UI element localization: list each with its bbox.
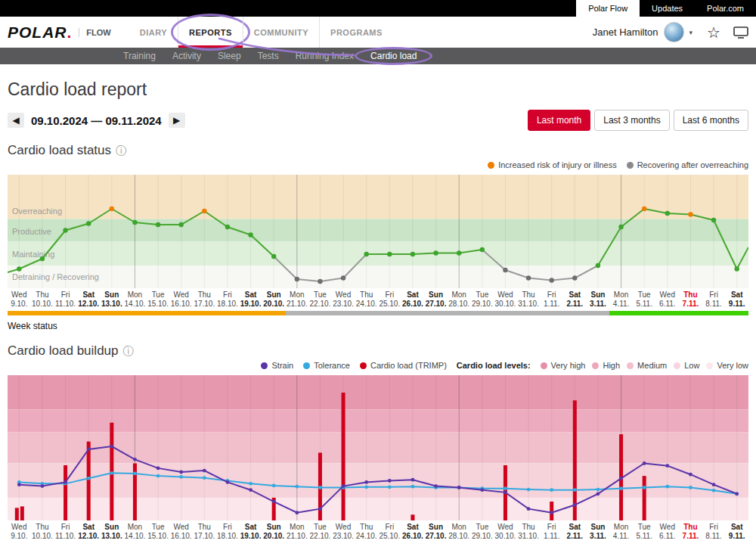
legend-level-low-label: Low <box>684 361 699 370</box>
very-high-dot-icon <box>541 362 547 369</box>
range-buttons: Last month Last 3 months Last 6 months <box>528 110 748 131</box>
buildup-legend: Strain Tolerance Cardio load (TRIMP) Car… <box>8 360 748 371</box>
next-period-button[interactable]: ▶ <box>169 113 185 128</box>
logo-text: POLAR <box>8 23 67 41</box>
status-chart-area: OverreachingProductiveMaintainingDetrain… <box>8 175 748 331</box>
buildup-info-icon[interactable]: ⓘ <box>123 346 134 356</box>
topbar: Polar Flow Updates Polar.com <box>0 0 756 17</box>
week-status-label: Week status <box>8 321 748 331</box>
report-subnav: Training Activity Sleep Tests Running In… <box>0 48 756 64</box>
topbar-tab-polar-com[interactable]: Polar.com <box>695 0 756 17</box>
trimp-dot-icon <box>360 362 367 369</box>
status-x-axis: Wed9.10.Thu10.10.Fri11.10.Sat12.10.Sun13… <box>8 290 748 310</box>
date-range-row: ◀ 09.10.2024 — 09.11.2024 ▶ Last month L… <box>8 110 748 131</box>
topbar-tab-updates[interactable]: Updates <box>640 0 695 17</box>
legend-level-very-low: Very low <box>706 361 748 370</box>
legend-level-medium: Medium <box>627 361 667 370</box>
nav-item-reports[interactable]: REPORTS <box>178 17 243 48</box>
legend-trimp-label: Cardio load (TRIMP) <box>370 361 447 370</box>
subnav-item-cardio-load[interactable]: Cardio load <box>362 51 425 61</box>
nav-item-community[interactable]: COMMUNITY <box>243 17 319 48</box>
svg-text:Detraining / Recovering: Detraining / Recovering <box>12 272 99 281</box>
week-status-segment <box>286 311 610 315</box>
last-3-months-button[interactable]: Last 3 months <box>594 110 669 131</box>
week-status-segment <box>8 311 286 315</box>
week-status-bar <box>8 311 748 315</box>
chevron-down-icon[interactable]: ▾ <box>689 29 693 36</box>
buildup-section-head: Cardio load buildup ⓘ <box>8 343 748 359</box>
cardio-load-levels-label: Cardio load levels: <box>457 361 531 370</box>
very-low-dot-icon <box>706 362 713 369</box>
legend-level-low: Low <box>674 361 699 370</box>
nav-item-diary[interactable]: DIARY <box>129 17 178 48</box>
status-info-icon[interactable]: ⓘ <box>116 145 126 156</box>
svg-text:Productive: Productive <box>12 227 51 236</box>
cardio-load-buildup-chart[interactable] <box>8 375 748 520</box>
legend-recovering-label: Recovering after overreaching <box>637 160 748 169</box>
x-axis-label: Sat9.11. <box>721 290 753 309</box>
legend-increased-risk-label: Increased risk of injury or illness <box>498 160 617 169</box>
prev-period-button[interactable]: ◀ <box>8 113 24 128</box>
last-6-months-button[interactable]: Last 6 months <box>674 110 748 131</box>
increased-risk-dot-icon <box>488 162 494 169</box>
legend-recovering: Recovering after overreaching <box>627 160 748 169</box>
high-dot-icon <box>592 362 599 369</box>
recovering-dot-icon <box>627 162 634 169</box>
nav-item-programs[interactable]: PROGRAMS <box>319 17 393 48</box>
polar-logo[interactable]: POLAR. FLOW <box>8 17 111 48</box>
page-content: Cardio load report ◀ 09.10.2024 — 09.11.… <box>0 79 756 542</box>
monitor-icon[interactable] <box>733 26 748 39</box>
subnav-item-training[interactable]: Training <box>115 51 164 61</box>
status-legend: Increased risk of injury or illness Reco… <box>8 160 748 170</box>
week-status-segment <box>609 311 748 315</box>
logo-red-dot: . <box>67 23 73 41</box>
buildup-chart-area: Wed9.10.Thu10.10.Fri11.10.Sat12.10.Sun13… <box>8 375 748 542</box>
legend-trimp: Cardio load (TRIMP) <box>360 361 447 370</box>
legend-tolerance: Tolerance <box>303 361 350 370</box>
user-name[interactable]: Janet Hamilton <box>593 26 658 38</box>
date-range-text: 09.10.2024 — 09.11.2024 <box>31 114 162 127</box>
status-section-head: Cardio load status ⓘ <box>8 143 748 158</box>
header: POLAR. FLOW DIARY REPORTS COMMUNITY PROG… <box>0 17 756 48</box>
x-axis-label: Sat9.11. <box>721 523 753 541</box>
legend-level-high-label: High <box>603 361 620 370</box>
legend-level-medium-label: Medium <box>637 361 667 370</box>
low-dot-icon <box>674 362 680 369</box>
cardio-load-status-chart[interactable]: OverreachingProductiveMaintainingDetrain… <box>8 175 748 288</box>
subnav-item-activity[interactable]: Activity <box>164 51 209 61</box>
status-section-title: Cardio load status <box>8 143 111 158</box>
tolerance-dot-icon <box>303 362 310 369</box>
legend-level-high: High <box>592 361 620 370</box>
legend-strain-label: Strain <box>271 361 293 370</box>
subnav-item-cardio-load-label: Cardio load <box>370 51 417 61</box>
last-month-button[interactable]: Last month <box>528 110 590 131</box>
main-nav: DIARY REPORTS COMMUNITY PROGRAMS <box>129 17 393 48</box>
avatar[interactable] <box>664 22 684 42</box>
page-title: Cardio load report <box>8 79 748 100</box>
legend-increased-risk: Increased risk of injury or illness <box>488 160 617 169</box>
legend-level-very-high: Very high <box>541 361 586 370</box>
buildup-x-axis: Wed9.10.Thu10.10.Fri11.10.Sat12.10.Sun13… <box>8 523 748 542</box>
cardio-load-levels-legend: Very high High Medium Low Very low <box>541 361 748 370</box>
subnav-item-sleep[interactable]: Sleep <box>209 51 249 61</box>
subnav-item-running-index[interactable]: Running Index <box>287 51 362 61</box>
legend-strain: Strain <box>261 361 293 370</box>
strain-dot-icon <box>261 362 268 369</box>
nav-item-reports-label: REPORTS <box>189 28 232 37</box>
medium-dot-icon <box>627 362 634 369</box>
subnav-item-tests[interactable]: Tests <box>249 51 287 61</box>
favorites-star-icon[interactable]: ☆ <box>707 25 720 40</box>
legend-tolerance-label: Tolerance <box>314 361 350 370</box>
buildup-section-title: Cardio load buildup <box>8 343 119 359</box>
svg-text:Overreaching: Overreaching <box>12 207 62 216</box>
topbar-tab-polar-flow[interactable]: Polar Flow <box>576 0 640 17</box>
legend-level-very-low-label: Very low <box>717 361 748 370</box>
flow-brand-label: FLOW <box>79 28 110 37</box>
header-user-area: Janet Hamilton ▾ ☆ <box>593 17 748 48</box>
legend-level-very-high-label: Very high <box>551 361 586 370</box>
